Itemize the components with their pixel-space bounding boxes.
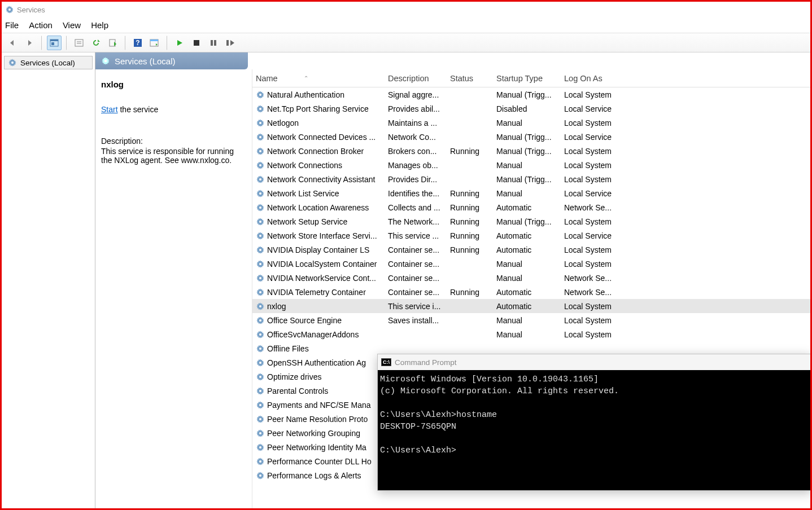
tree-root-services-local[interactable]: Services (Local)	[4, 56, 93, 69]
service-row[interactable]: NVIDIA LocalSystem ContainerContainer se…	[252, 257, 810, 271]
service-name: Network Location Awareness	[267, 203, 369, 212]
service-name: NVIDIA NetworkService Cont...	[267, 274, 376, 283]
command-prompt-title: Command Prompt	[395, 358, 457, 367]
selected-service-name: nxlog	[101, 80, 245, 89]
service-name: NVIDIA Telemetry Container	[267, 288, 366, 297]
service-logon-as: Local System	[561, 302, 628, 311]
service-startup-type: Manual (Trigg...	[493, 133, 561, 142]
menu-help[interactable]: Help	[91, 20, 108, 30]
menu-action[interactable]: Action	[29, 20, 53, 30]
service-description: Collects and ...	[385, 203, 447, 212]
service-row[interactable]: nxlogThis service i...AutomaticLocal Sys…	[252, 299, 810, 313]
service-description: Identifies the...	[385, 189, 447, 198]
restart-service-button[interactable]	[223, 36, 238, 50]
menu-file[interactable]: File	[5, 20, 19, 30]
service-startup-type: Automatic	[493, 203, 561, 212]
start-service-link[interactable]: Start	[101, 105, 118, 114]
col-name[interactable]: Name⌃	[252, 74, 385, 83]
forward-button[interactable]	[22, 36, 37, 50]
service-row[interactable]: Network Connectivity AssistantProvides D…	[252, 172, 810, 186]
service-startup-type: Manual (Trigg...	[493, 90, 561, 99]
export-list-button[interactable]	[106, 36, 120, 50]
service-logon-as: Local System	[561, 260, 628, 269]
command-prompt-body[interactable]: Microsoft Windows [Version 10.0.19043.11…	[378, 370, 811, 490]
service-name: Network Setup Service	[267, 217, 347, 226]
service-logon-as: Network Se...	[561, 203, 628, 212]
col-startup-type[interactable]: Startup Type	[493, 74, 561, 83]
tree-pane: Services (Local)	[2, 52, 95, 508]
service-row[interactable]: Network Store Interface Servi...This ser…	[252, 228, 810, 243]
service-row[interactable]: Network Connection BrokerBrokers con...R…	[252, 144, 810, 158]
description-body: This service is responsible for running …	[101, 147, 245, 165]
service-logon-as: Local System	[561, 161, 628, 170]
service-description: Provides Dir...	[385, 175, 447, 184]
service-row[interactable]: Network ConnectionsManages ob...ManualLo…	[252, 158, 810, 172]
service-name: Parental Controls	[267, 386, 328, 395]
service-row[interactable]: Network Setup ServiceThe Network...Runni…	[252, 214, 810, 228]
service-name: Peer Networking Identity Ma	[267, 443, 366, 452]
gear-icon	[256, 288, 265, 297]
service-name: Network List Service	[267, 189, 339, 198]
service-name: Network Connectivity Assistant	[267, 175, 375, 184]
service-row[interactable]: Office Source EngineSaves install...Manu…	[252, 313, 810, 327]
gear-icon	[256, 457, 265, 466]
svg-rect-12	[150, 39, 158, 41]
properties-button[interactable]	[72, 36, 86, 50]
col-description[interactable]: Description	[385, 74, 447, 83]
menu-view[interactable]: View	[63, 20, 81, 30]
service-name: Network Store Interface Servi...	[267, 231, 377, 240]
start-service-button[interactable]	[172, 36, 187, 50]
gear-icon	[256, 245, 265, 254]
service-row[interactable]: Net.Tcp Port Sharing ServiceProvides abi…	[252, 102, 810, 116]
service-startup-type: Manual (Trigg...	[493, 147, 561, 156]
svg-rect-15	[214, 40, 216, 46]
service-logon-as: Local System	[561, 90, 628, 99]
service-logon-as: Local System	[561, 245, 628, 254]
col-log-on-as[interactable]: Log On As	[561, 74, 628, 83]
show-hide-pane-button[interactable]	[47, 36, 62, 50]
service-startup-type: Automatic	[493, 231, 561, 240]
service-startup-type: Manual	[493, 161, 561, 170]
svg-text:?: ?	[136, 39, 139, 47]
col-status[interactable]: Status	[447, 74, 493, 83]
help-button[interactable]: ?	[130, 36, 145, 50]
service-name: OfficeSvcManagerAddons	[267, 330, 359, 339]
gear-icon	[256, 316, 265, 325]
pause-service-button[interactable]	[206, 36, 221, 50]
service-startup-type: Automatic	[493, 288, 561, 297]
service-row[interactable]: NVIDIA Telemetry ContainerContainer se..…	[252, 285, 810, 299]
service-logon-as: Network Se...	[561, 288, 628, 297]
start-service-line: Start the service	[101, 105, 245, 114]
back-button[interactable]	[5, 36, 20, 50]
service-row[interactable]: Network List ServiceIdentifies the...Run…	[252, 186, 810, 200]
service-name: Netlogon	[267, 118, 299, 128]
service-logon-as: Local System	[561, 217, 628, 226]
service-startup-type: Manual (Trigg...	[493, 217, 561, 226]
service-name: Performance Logs & Alerts	[267, 471, 361, 480]
gear-icon	[256, 415, 265, 424]
window-tile-button[interactable]	[147, 36, 162, 50]
stop-service-button[interactable]	[189, 36, 204, 50]
gear-icon	[256, 443, 265, 452]
gear-icon	[256, 372, 265, 381]
refresh-button[interactable]	[89, 36, 103, 50]
service-startup-type: Manual	[493, 118, 561, 128]
service-row[interactable]: NVIDIA Display Container LSContainer se.…	[252, 243, 810, 257]
gear-icon	[256, 471, 265, 480]
service-row[interactable]: OfficeSvcManagerAddonsManualLocal System	[252, 327, 810, 341]
command-prompt-titlebar[interactable]: C:\ Command Prompt	[378, 354, 811, 370]
svg-rect-16	[226, 40, 229, 46]
service-row[interactable]: NetlogonMaintains a ...ManualLocal Syste…	[252, 116, 810, 130]
service-startup-type: Manual (Trigg...	[493, 175, 561, 184]
service-description: Container se...	[385, 274, 447, 283]
service-row[interactable]: Network Connected Devices ...Network Co.…	[252, 130, 810, 144]
service-row[interactable]: Natural AuthenticationSignal aggre...Man…	[252, 87, 810, 102]
service-row[interactable]: NVIDIA NetworkService Cont...Container s…	[252, 271, 810, 285]
service-name: Payments and NFC/SE Mana	[267, 401, 371, 410]
gear-icon	[256, 260, 265, 269]
service-description: Saves install...	[385, 316, 447, 325]
service-row[interactable]: Network Location AwarenessCollects and .…	[252, 200, 810, 214]
gear-icon	[256, 429, 265, 438]
gear-icon	[256, 330, 265, 339]
command-prompt-window[interactable]: C:\ Command Prompt Microsoft Windows [Ve…	[377, 354, 812, 491]
